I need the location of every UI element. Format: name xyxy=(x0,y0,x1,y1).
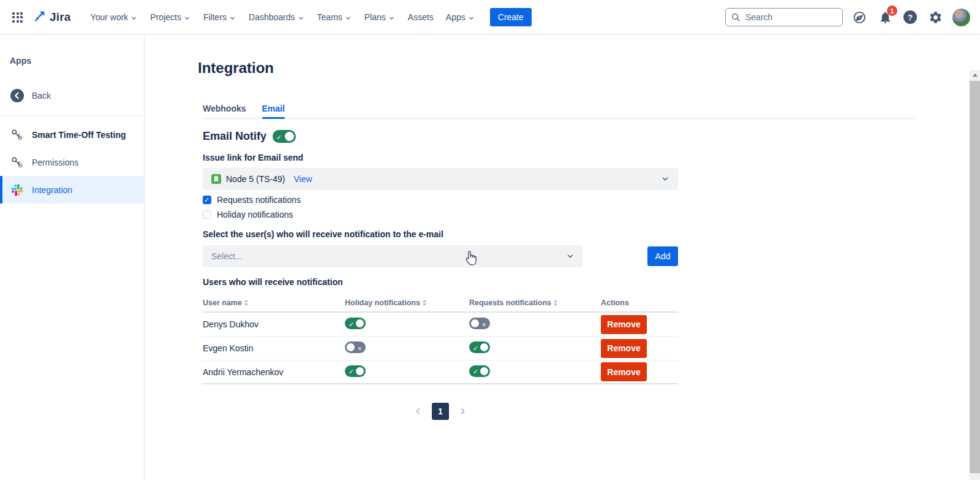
notifications-button[interactable]: 1 xyxy=(877,9,893,25)
user-select-label: Select the user(s) who will receive noti… xyxy=(203,229,915,239)
tab-email[interactable]: Email xyxy=(262,104,285,118)
sidebar-item-label: Smart Time-Off Testing xyxy=(32,130,126,140)
back-icon xyxy=(10,88,24,103)
nav-item-apps[interactable]: Apps xyxy=(440,7,481,27)
nav-item-projects[interactable]: Projects xyxy=(144,7,197,27)
table-row: Evgen Kostin Remove xyxy=(203,337,678,360)
column-header-holiday-notifications[interactable]: Holiday notifications xyxy=(345,299,469,307)
key-gear-icon xyxy=(10,128,24,142)
chevron-down-icon xyxy=(467,14,475,22)
sidebar-item-label: Permissions xyxy=(32,158,78,167)
toggle-knob xyxy=(480,343,488,351)
issue-link-select[interactable]: Node 5 (TS-49) View xyxy=(203,168,678,190)
toggle-knob xyxy=(356,319,364,327)
holiday-notifications-checkbox[interactable] xyxy=(203,210,211,219)
tab-webhooks[interactable]: Webhooks xyxy=(203,104,246,118)
toggle-knob xyxy=(471,319,479,327)
sidebar-heading: Apps xyxy=(0,56,144,66)
holiday-notifications-toggle[interactable] xyxy=(345,318,366,329)
nav-item-plans[interactable]: Plans xyxy=(358,7,402,27)
pagination-prev-button[interactable] xyxy=(413,406,423,416)
sort-icon xyxy=(423,300,426,306)
chevron-right-icon xyxy=(458,406,467,416)
remove-button[interactable]: Remove xyxy=(601,339,647,358)
create-button[interactable]: Create xyxy=(490,8,532,26)
sort-icon xyxy=(244,300,248,306)
jira-logo-text: Jira xyxy=(50,10,71,24)
view-link[interactable]: View xyxy=(293,174,312,184)
email-notify-toggle[interactable] xyxy=(273,130,296,143)
search-box xyxy=(725,8,843,26)
pagination-page-1[interactable]: 1 xyxy=(432,403,449,420)
holiday-notifications-toggle[interactable] xyxy=(345,365,366,377)
nav-item-assets[interactable]: Assets xyxy=(402,7,440,27)
main-content: Integration Webhooks Email Email Notify … xyxy=(145,35,980,480)
sidebar-item-integration[interactable]: Integration xyxy=(0,176,144,204)
toggle-knob xyxy=(285,132,294,141)
column-header-user-name[interactable]: User name xyxy=(203,299,345,307)
table-row: Denys Dukhov Remove xyxy=(203,313,678,337)
check-icon xyxy=(349,319,354,329)
table-row: Andrii Yermachenkov Remove xyxy=(203,360,678,384)
nav-item-dashboards[interactable]: Dashboards xyxy=(243,7,311,27)
settings-button[interactable] xyxy=(927,9,943,25)
column-header-requests-notifications[interactable]: Requests notifications xyxy=(469,299,601,307)
sidebar-back-button[interactable]: Back xyxy=(0,82,144,109)
chevron-down-icon xyxy=(566,252,575,262)
sidebar-item-permissions[interactable]: Permissions xyxy=(0,148,144,176)
sidebar-item-smart-time-off-testing[interactable]: Smart Time-Off Testing xyxy=(0,121,144,148)
remove-button[interactable]: Remove xyxy=(601,315,647,334)
nav-item-filters[interactable]: Filters xyxy=(197,7,243,27)
column-header-actions: Actions xyxy=(601,299,678,307)
chevron-down-icon xyxy=(388,14,396,22)
table-header-row: User name Holiday notifications Requests… xyxy=(203,294,678,313)
toggle-knob xyxy=(480,367,488,375)
requests-notifications-toggle[interactable] xyxy=(469,318,490,329)
apps-sidebar: Apps Back Smart Time-Off Testing Permiss… xyxy=(0,35,145,480)
back-label: Back xyxy=(32,91,51,101)
search-input[interactable] xyxy=(725,8,843,26)
holiday-notifications-toggle[interactable] xyxy=(345,341,366,353)
primary-nav: Your work Projects Filters Dashboards Te… xyxy=(85,7,481,27)
chevron-down-icon xyxy=(183,14,191,22)
jira-logo[interactable]: Jira xyxy=(32,10,71,25)
holiday-notifications-option: Holiday notifications xyxy=(203,210,915,219)
help-icon: ? xyxy=(903,10,917,24)
user-avatar[interactable] xyxy=(952,9,970,26)
scrollbar-thumb[interactable] xyxy=(970,81,980,473)
requests-notifications-toggle[interactable] xyxy=(469,341,490,353)
remove-button[interactable]: Remove xyxy=(601,362,647,381)
user-select-placeholder: Select... xyxy=(211,251,243,261)
users-table: User name Holiday notifications Requests… xyxy=(203,294,678,384)
cross-icon xyxy=(357,343,362,352)
nav-item-teams[interactable]: Teams xyxy=(311,7,358,27)
checkbox-label: Holiday notifications xyxy=(217,210,293,219)
add-user-button[interactable]: Add xyxy=(647,246,678,266)
cross-icon xyxy=(481,319,486,329)
nav-item-your-work[interactable]: Your work xyxy=(85,7,145,27)
discover-button[interactable] xyxy=(852,9,868,25)
user-name-cell: Denys Dukhov xyxy=(203,319,345,329)
top-navigation-bar: Jira Your work Projects Filters Dashboar… xyxy=(0,0,980,35)
user-select[interactable]: Select... xyxy=(203,245,583,267)
requests-notifications-checkbox[interactable] xyxy=(203,196,211,204)
sort-icon xyxy=(554,300,557,306)
check-icon xyxy=(473,366,478,376)
chevron-down-icon xyxy=(661,175,669,185)
pagination: 1 xyxy=(203,403,678,420)
story-icon xyxy=(211,174,221,184)
scrollbar-up-arrow[interactable] xyxy=(970,70,980,80)
jira-logo-icon xyxy=(32,10,46,25)
app-switcher-icon[interactable] xyxy=(9,9,26,26)
compass-icon xyxy=(853,10,867,25)
notification-badge: 1 xyxy=(887,6,897,16)
key-gear-icon xyxy=(10,155,24,170)
requests-notifications-toggle[interactable] xyxy=(469,365,490,377)
slack-icon xyxy=(10,183,24,197)
help-button[interactable]: ? xyxy=(902,9,918,25)
check-icon xyxy=(473,343,478,352)
chevron-down-icon xyxy=(344,14,352,22)
user-name-cell: Evgen Kostin xyxy=(203,343,345,353)
vertical-scrollbar xyxy=(970,70,980,480)
pagination-next-button[interactable] xyxy=(458,406,467,416)
